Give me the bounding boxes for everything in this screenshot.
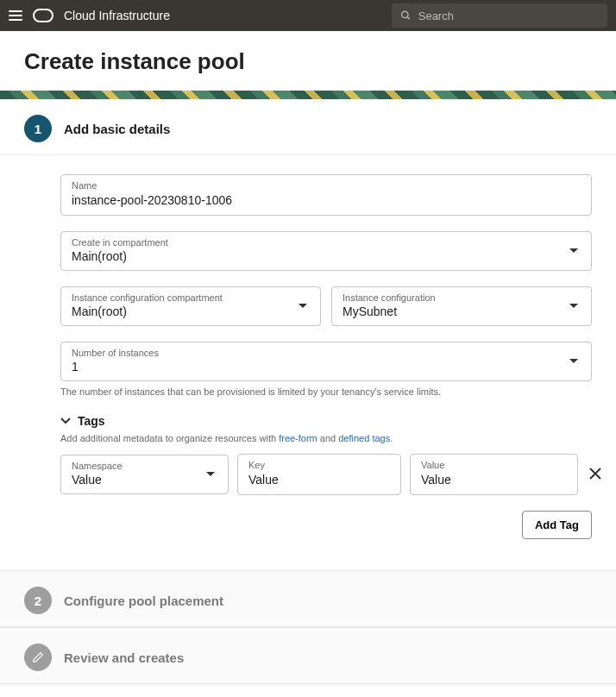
remove-tag-icon[interactable] [587,465,604,485]
num-instances-value: 1 [72,360,556,374]
hamburger-menu-icon[interactable] [9,10,22,21]
name-field[interactable]: Name [60,174,592,216]
tag-namespace-field[interactable]: Namespace Value [60,455,229,494]
instance-config-field[interactable]: Instance configuration MySubnet [331,286,592,326]
search-input[interactable] [418,9,599,22]
page-title-bar: Create instance pool [0,31,616,91]
tag-key-input[interactable] [248,473,390,487]
chevron-down-icon [60,417,71,425]
instance-config-label: Instance configuration [343,292,556,303]
compartment-field[interactable]: Create in compartment Main(root) [60,231,592,271]
tag-row: Namespace Value Key Value [60,454,592,495]
oracle-logo-icon [33,9,53,22]
chevron-down-icon [205,471,216,478]
name-label: Name [72,180,581,191]
chevron-down-icon [569,248,579,254]
instance-config-compartment-label: Instance configuration compartment [72,292,286,303]
compartment-label: Create in compartment [72,237,556,248]
step-2-title: Configure pool placement [64,593,223,608]
instance-config-compartment-value: Main(root) [72,305,286,318]
defined-tags-link[interactable]: defined tags [338,433,390,443]
tag-value-label: Value [421,460,567,470]
review-badge [24,644,52,671]
tag-key-field[interactable]: Key [237,454,401,495]
num-instances-helper: The number of instances that can be prov… [60,386,592,397]
search-icon [400,9,412,22]
step-1-title: Add basic details [64,122,170,136]
page-title: Create instance pool [24,48,592,75]
tag-namespace-value: Value [72,473,193,487]
tags-toggle[interactable]: Tags [60,414,592,428]
chevron-down-icon [569,358,579,365]
instance-config-compartment-field[interactable]: Instance configuration compartment Main(… [60,286,321,326]
freeform-link[interactable]: free-form [279,433,317,443]
chevron-down-icon [569,303,579,310]
step-3-header[interactable]: Review and creates [0,627,616,684]
tags-title: Tags [78,414,105,428]
step-1-form: Name Create in compartment Main(root) In… [0,155,616,570]
decorative-strip [0,91,616,99]
footer: Tasks Completed 0 of 2 [0,685,616,697]
add-tag-button[interactable]: Add Tag [522,511,592,539]
tag-namespace-label: Namespace [72,461,193,471]
tag-key-label: Key [248,460,390,470]
instance-config-value: MySubnet [343,305,556,318]
step-1-badge: 1 [24,115,52,142]
name-input[interactable] [72,193,581,207]
tag-value-field[interactable]: Value [410,454,578,495]
compartment-value: Main(root) [72,249,556,263]
tag-value-input[interactable] [421,473,567,487]
svg-line-1 [407,17,410,20]
tags-description: Add additional metadata to organize reso… [60,433,592,443]
brand-name: Cloud Infrastructure [64,9,170,22]
step-1-header[interactable]: 1 Add basic details [0,99,616,155]
step-2-header[interactable]: 2 Configure pool placement [0,570,616,627]
chevron-down-icon [298,303,308,310]
pencil-icon [32,651,44,663]
search-box[interactable] [392,3,607,28]
svg-point-0 [402,11,408,17]
step-3-title: Review and creates [64,650,184,665]
num-instances-label: Number of instances [72,348,556,358]
num-instances-field[interactable]: Number of instances 1 [60,342,592,381]
step-2-badge: 2 [24,587,52,614]
top-bar: Cloud Infrastructure [0,0,616,31]
